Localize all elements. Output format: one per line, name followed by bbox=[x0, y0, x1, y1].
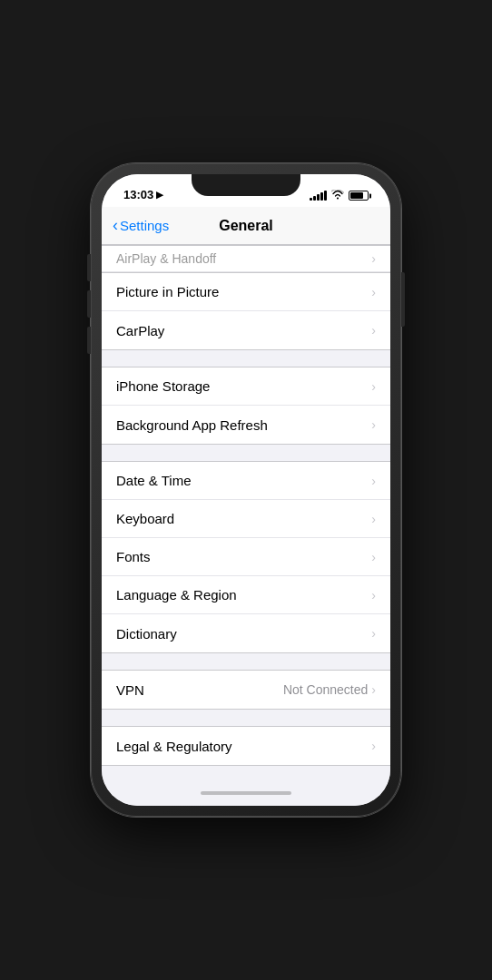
phone-device: 13:03 ▶ bbox=[91, 163, 401, 817]
back-button[interactable]: ‹ Settings bbox=[113, 218, 169, 233]
carplay-label: CarPlay bbox=[116, 323, 164, 338]
airplay-chevron-icon: › bbox=[371, 251, 376, 266]
fonts-label: Fonts bbox=[116, 549, 151, 564]
keyboard-row[interactable]: Keyboard › bbox=[102, 500, 390, 538]
home-indicator bbox=[102, 780, 390, 806]
keyboard-chevron-icon: › bbox=[371, 512, 376, 526]
wifi-icon bbox=[331, 190, 344, 201]
carplay-row[interactable]: CarPlay › bbox=[102, 311, 390, 349]
back-label: Settings bbox=[120, 218, 169, 233]
home-bar bbox=[201, 791, 291, 795]
status-icons bbox=[310, 190, 369, 201]
settings-content: AirPlay & Handoff › Picture in Picture ›… bbox=[102, 245, 390, 780]
group-storage-refresh: iPhone Storage › Background App Refresh … bbox=[102, 367, 390, 445]
vpn-status: Not Connected bbox=[283, 682, 368, 697]
picture-in-picture-row[interactable]: Picture in Picture › bbox=[102, 273, 390, 311]
phone-screen: 13:03 ▶ bbox=[102, 174, 390, 806]
fonts-row[interactable]: Fonts › bbox=[102, 538, 390, 576]
group-picture-carplay: Picture in Picture › CarPlay › bbox=[102, 272, 390, 350]
picture-in-picture-label: Picture in Picture bbox=[116, 284, 219, 299]
dictionary-label: Dictionary bbox=[116, 626, 177, 642]
nav-bar: ‹ Settings General bbox=[102, 207, 390, 245]
legal-regulatory-label: Legal & Regulatory bbox=[116, 739, 232, 754]
background-app-refresh-label: Background App Refresh bbox=[116, 417, 268, 433]
time-display: 13:03 bbox=[123, 188, 153, 201]
iphone-storage-label: iPhone Storage bbox=[116, 378, 210, 394]
group-legal: Legal & Regulatory › bbox=[102, 726, 390, 766]
gap-3 bbox=[102, 653, 390, 670]
vpn-chevron-icon: › bbox=[371, 682, 376, 697]
vpn-row[interactable]: VPN Not Connected › bbox=[102, 671, 390, 709]
date-time-chevron-icon: › bbox=[371, 474, 376, 488]
gap-2 bbox=[102, 445, 390, 461]
fonts-chevron-icon: › bbox=[371, 550, 376, 564]
gap-4 bbox=[102, 710, 390, 726]
status-time: 13:03 ▶ bbox=[123, 188, 163, 201]
pip-chevron-icon: › bbox=[371, 285, 376, 299]
carplay-chevron-icon: › bbox=[371, 323, 376, 338]
keyboard-label: Keyboard bbox=[116, 511, 174, 526]
signal-icon bbox=[310, 191, 327, 201]
language-region-chevron-icon: › bbox=[371, 588, 376, 603]
group-vpn: VPN Not Connected › bbox=[102, 670, 390, 710]
language-region-row[interactable]: Language & Region › bbox=[102, 576, 390, 614]
airplay-row[interactable]: AirPlay & Handoff › bbox=[102, 245, 390, 272]
date-time-label: Date & Time bbox=[116, 473, 192, 488]
gap-5 bbox=[102, 766, 390, 780]
vpn-label: VPN bbox=[116, 682, 144, 698]
nav-title: General bbox=[219, 218, 273, 234]
back-chevron-icon: ‹ bbox=[113, 217, 118, 233]
battery-icon bbox=[349, 191, 369, 201]
group-locale: Date & Time › Keyboard › Fonts › bbox=[102, 461, 390, 653]
status-bar: 13:03 ▶ bbox=[102, 174, 390, 207]
storage-chevron-icon: › bbox=[371, 379, 376, 394]
location-arrow-icon: ▶ bbox=[156, 190, 163, 200]
dictionary-chevron-icon: › bbox=[371, 626, 376, 641]
date-time-row[interactable]: Date & Time › bbox=[102, 462, 390, 500]
notch bbox=[192, 174, 300, 196]
bg-refresh-chevron-icon: › bbox=[371, 417, 376, 432]
legal-chevron-icon: › bbox=[371, 739, 376, 753]
language-region-label: Language & Region bbox=[116, 587, 237, 603]
background-app-refresh-row[interactable]: Background App Refresh › bbox=[102, 406, 390, 444]
iphone-storage-row[interactable]: iPhone Storage › bbox=[102, 368, 390, 406]
dictionary-row[interactable]: Dictionary › bbox=[102, 614, 390, 652]
gap-1 bbox=[102, 350, 390, 367]
legal-regulatory-row[interactable]: Legal & Regulatory › bbox=[102, 727, 390, 765]
airplay-label: AirPlay & Handoff bbox=[116, 251, 216, 266]
